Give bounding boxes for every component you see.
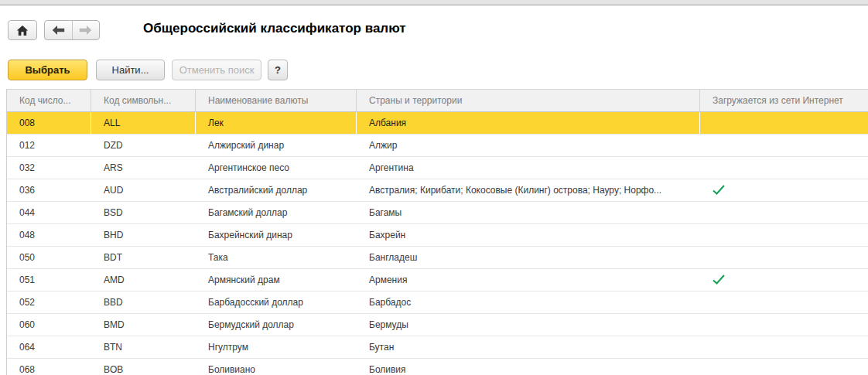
cell-currency-name: Армянский драм bbox=[196, 269, 357, 291]
cell-currency-name: Алжирский динар bbox=[196, 135, 357, 156]
column-header-char-code[interactable]: Код символьн... bbox=[91, 90, 196, 111]
cell-char-code: AMD bbox=[91, 269, 196, 291]
cell-currency-name: Нгултрум bbox=[196, 336, 357, 358]
cell-char-code: BMD bbox=[91, 314, 196, 336]
cancel-search-button[interactable]: Отменить поиск bbox=[172, 60, 261, 80]
cell-internet-load bbox=[700, 359, 868, 375]
cell-numeric-code: 012 bbox=[7, 135, 91, 156]
table-row[interactable]: 048 BHD Бахрейнский динар Бахрейн bbox=[7, 224, 868, 247]
column-header-internet-load[interactable]: Загружается из сети Интернет bbox=[700, 90, 868, 111]
cell-internet-load bbox=[700, 314, 868, 336]
cell-countries: Аргентина bbox=[357, 157, 700, 179]
table-row[interactable]: 008 ALL Лек Албания bbox=[7, 112, 868, 135]
back-button[interactable] bbox=[45, 21, 73, 39]
cell-currency-name: Така bbox=[196, 247, 357, 268]
cell-countries: Бангладеш bbox=[357, 247, 700, 268]
cell-char-code: BSD bbox=[91, 202, 196, 223]
cell-numeric-code: 036 bbox=[7, 179, 91, 201]
table-row[interactable]: 060 BMD Бермудский доллар Бермуды bbox=[7, 314, 868, 336]
cell-currency-name: Боливиано bbox=[196, 359, 357, 375]
cell-numeric-code: 044 bbox=[7, 202, 91, 223]
cell-numeric-code: 048 bbox=[7, 224, 91, 246]
cell-numeric-code: 032 bbox=[7, 157, 91, 179]
cell-char-code: AUD bbox=[91, 179, 196, 201]
table-row[interactable]: 036 AUD Австралийский доллар Австралия; … bbox=[7, 179, 868, 202]
table-row[interactable]: 064 BTN Нгултрум Бутан bbox=[7, 336, 868, 359]
cell-internet-load bbox=[700, 247, 868, 268]
cell-currency-name: Австралийский доллар bbox=[196, 179, 357, 201]
cell-char-code: BTN bbox=[91, 336, 196, 358]
cell-char-code: BDT bbox=[91, 247, 196, 268]
cell-internet-load bbox=[700, 269, 868, 291]
home-icon bbox=[16, 25, 29, 36]
history-nav-group bbox=[44, 20, 100, 40]
find-button[interactable]: Найти... bbox=[96, 60, 165, 80]
cell-numeric-code: 052 bbox=[7, 291, 91, 313]
table-row[interactable]: 050 BDT Така Бангладеш bbox=[7, 247, 868, 269]
cell-currency-name: Аргентинское песо bbox=[196, 157, 357, 179]
cell-numeric-code: 008 bbox=[7, 112, 91, 134]
cell-char-code: BOB bbox=[91, 359, 196, 375]
cell-char-code: ARS bbox=[91, 157, 196, 179]
cell-currency-name: Лек bbox=[196, 112, 357, 134]
table-body: 008 ALL Лек Албания 012 DZD Алжирский ди… bbox=[7, 112, 868, 375]
cell-countries: Багамы bbox=[357, 202, 700, 223]
cell-internet-load bbox=[700, 157, 868, 179]
cell-countries: Барбадос bbox=[357, 291, 700, 313]
table-row[interactable]: 052 BBD Барбадосский доллар Барбадос bbox=[7, 291, 868, 314]
arrow-right-icon bbox=[79, 26, 92, 35]
table-row[interactable]: 051 AMD Армянский драм Армения bbox=[7, 269, 868, 291]
cell-countries: Армения bbox=[357, 269, 700, 291]
column-header-countries[interactable]: Страны и территории bbox=[357, 90, 700, 111]
cell-internet-load bbox=[700, 202, 868, 223]
cell-currency-name: Бахрейнский динар bbox=[196, 224, 357, 246]
cell-currency-name: Багамский доллар bbox=[196, 202, 357, 223]
cell-numeric-code: 064 bbox=[7, 336, 91, 358]
cell-numeric-code: 060 bbox=[7, 314, 91, 336]
forward-button[interactable] bbox=[73, 21, 100, 39]
cell-internet-load bbox=[700, 291, 868, 313]
checkmark-icon bbox=[713, 274, 725, 285]
home-button[interactable] bbox=[8, 20, 37, 40]
cell-internet-load bbox=[700, 179, 868, 201]
cell-numeric-code: 051 bbox=[7, 269, 91, 291]
cell-internet-load bbox=[700, 336, 868, 358]
cell-numeric-code: 050 bbox=[7, 247, 91, 268]
table-header-row: Код число... Код символьн... Наименовани… bbox=[7, 89, 868, 112]
checkmark-icon bbox=[713, 185, 725, 195]
cell-char-code: BHD bbox=[91, 224, 196, 246]
cell-internet-load bbox=[700, 135, 868, 156]
column-header-currency-name[interactable]: Наименование валюты bbox=[196, 90, 357, 111]
cell-countries: Бермуды bbox=[357, 314, 700, 336]
cell-countries: Бахрейн bbox=[357, 224, 700, 246]
cell-countries: Австралия; Кирибати; Кокосовые (Килинг) … bbox=[357, 179, 700, 201]
cell-countries: Боливия bbox=[357, 359, 700, 375]
window-top-strip bbox=[0, 0, 868, 5]
column-header-numeric-code[interactable]: Код число... bbox=[7, 90, 91, 111]
cell-numeric-code: 068 bbox=[7, 359, 91, 375]
help-button[interactable]: ? bbox=[268, 60, 288, 80]
cell-currency-name: Барбадосский доллар bbox=[196, 291, 357, 313]
table-row[interactable]: 032 ARS Аргентинское песо Аргентина bbox=[7, 157, 868, 179]
table-row[interactable]: 068 BOB Боливиано Боливия bbox=[7, 359, 868, 375]
page-title: Общероссийский классификатор валют bbox=[143, 21, 406, 36]
table-row[interactable]: 012 DZD Алжирский динар Алжир bbox=[7, 135, 868, 157]
table-row[interactable]: 044 BSD Багамский доллар Багамы bbox=[7, 202, 868, 224]
cell-char-code: DZD bbox=[91, 135, 196, 156]
cell-countries: Албания bbox=[357, 112, 700, 134]
cell-char-code: BBD bbox=[91, 291, 196, 313]
cell-countries: Бутан bbox=[357, 336, 700, 358]
currency-table: Код число... Код символьн... Наименовани… bbox=[6, 89, 868, 375]
arrow-left-icon bbox=[52, 26, 65, 35]
cell-internet-load bbox=[700, 112, 868, 134]
cell-currency-name: Бермудский доллар bbox=[196, 314, 357, 336]
cell-char-code: ALL bbox=[91, 112, 196, 134]
cell-internet-load bbox=[700, 224, 868, 246]
cell-countries: Алжир bbox=[357, 135, 700, 156]
select-button[interactable]: Выбрать bbox=[8, 60, 87, 80]
